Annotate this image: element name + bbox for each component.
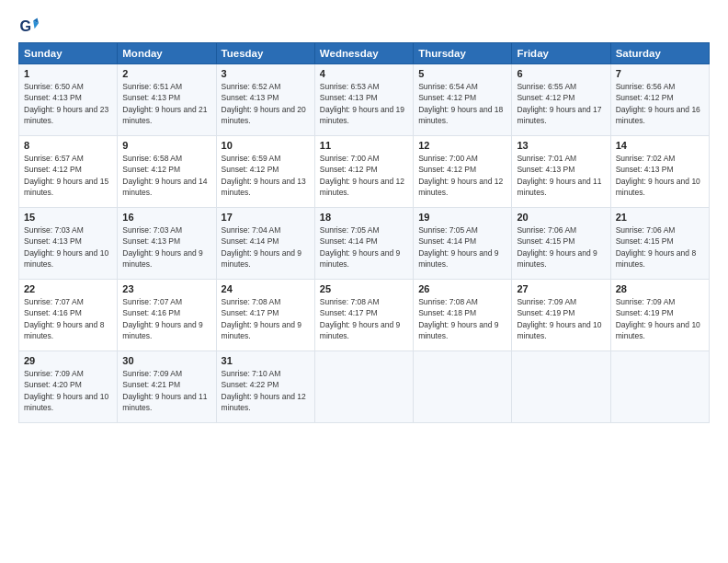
day-info: Sunrise: 7:08 AMSunset: 4:18 PMDaylight:… xyxy=(418,296,506,341)
calendar-cell xyxy=(610,351,709,423)
day-number: 20 xyxy=(517,212,605,223)
day-number: 31 xyxy=(222,355,310,366)
day-number: 18 xyxy=(320,212,408,223)
calendar-cell: 5Sunrise: 6:54 AMSunset: 4:12 PMDaylight… xyxy=(414,64,512,136)
calendar-cell: 28Sunrise: 7:09 AMSunset: 4:19 PMDayligh… xyxy=(610,280,709,351)
day-number: 24 xyxy=(222,283,310,294)
day-number: 4 xyxy=(320,68,408,79)
day-info: Sunrise: 7:09 AMSunset: 4:21 PMDaylight:… xyxy=(122,368,210,413)
calendar-cell: 7Sunrise: 6:56 AMSunset: 4:12 PMDaylight… xyxy=(610,64,709,136)
calendar-cell: 18Sunrise: 7:05 AMSunset: 4:14 PMDayligh… xyxy=(314,208,413,280)
calendar-cell: 31Sunrise: 7:10 AMSunset: 4:22 PMDayligh… xyxy=(216,351,314,423)
day-info: Sunrise: 6:59 AMSunset: 4:12 PMDaylight:… xyxy=(222,153,310,198)
day-info: Sunrise: 6:51 AMSunset: 4:13 PMDaylight:… xyxy=(122,81,210,126)
calendar-cell: 26Sunrise: 7:08 AMSunset: 4:18 PMDayligh… xyxy=(414,280,512,351)
calendar-cell: 19Sunrise: 7:05 AMSunset: 4:14 PMDayligh… xyxy=(414,208,512,280)
calendar-header-monday: Monday xyxy=(118,43,216,64)
calendar-cell: 10Sunrise: 6:59 AMSunset: 4:12 PMDayligh… xyxy=(216,136,314,208)
calendar-week-row: 8Sunrise: 6:57 AMSunset: 4:12 PMDaylight… xyxy=(19,136,710,208)
calendar-cell: 20Sunrise: 7:06 AMSunset: 4:15 PMDayligh… xyxy=(512,208,610,280)
day-info: Sunrise: 7:04 AMSunset: 4:14 PMDaylight:… xyxy=(222,224,310,270)
day-number: 19 xyxy=(418,212,506,223)
day-info: Sunrise: 6:58 AMSunset: 4:12 PMDaylight:… xyxy=(122,153,210,198)
day-number: 27 xyxy=(517,283,605,294)
day-info: Sunrise: 7:00 AMSunset: 4:12 PMDaylight:… xyxy=(320,153,408,198)
day-number: 12 xyxy=(418,140,506,151)
header: G xyxy=(18,17,710,37)
calendar-cell: 25Sunrise: 7:08 AMSunset: 4:17 PMDayligh… xyxy=(314,280,413,351)
page: G SundayMondayTuesdayWednesdayThursdayFr… xyxy=(0,0,728,563)
calendar-cell: 11Sunrise: 7:00 AMSunset: 4:12 PMDayligh… xyxy=(314,136,413,208)
calendar-header-row: SundayMondayTuesdayWednesdayThursdayFrid… xyxy=(19,43,710,64)
day-number: 21 xyxy=(616,212,704,223)
logo-icon: G xyxy=(18,17,39,37)
calendar-header-friday: Friday xyxy=(512,43,610,64)
logo: G xyxy=(18,17,42,37)
calendar-header-wednesday: Wednesday xyxy=(314,43,413,64)
day-number: 17 xyxy=(222,212,310,223)
day-info: Sunrise: 6:53 AMSunset: 4:13 PMDaylight:… xyxy=(320,81,408,126)
calendar-cell: 12Sunrise: 7:00 AMSunset: 4:12 PMDayligh… xyxy=(414,136,512,208)
calendar-cell: 22Sunrise: 7:07 AMSunset: 4:16 PMDayligh… xyxy=(19,280,118,351)
day-info: Sunrise: 7:07 AMSunset: 4:16 PMDaylight:… xyxy=(122,296,210,341)
day-number: 23 xyxy=(122,283,210,294)
day-number: 25 xyxy=(320,283,408,294)
day-number: 9 xyxy=(122,140,210,151)
calendar-header-thursday: Thursday xyxy=(414,43,512,64)
day-info: Sunrise: 6:57 AMSunset: 4:12 PMDaylight:… xyxy=(24,153,112,198)
day-info: Sunrise: 7:02 AMSunset: 4:13 PMDaylight:… xyxy=(616,153,704,198)
calendar-header-sunday: Sunday xyxy=(19,43,118,64)
day-number: 2 xyxy=(122,68,210,79)
day-number: 5 xyxy=(418,68,506,79)
calendar-week-row: 22Sunrise: 7:07 AMSunset: 4:16 PMDayligh… xyxy=(19,280,710,351)
day-number: 11 xyxy=(320,140,408,151)
day-info: Sunrise: 6:54 AMSunset: 4:12 PMDaylight:… xyxy=(418,81,506,126)
calendar-week-row: 15Sunrise: 7:03 AMSunset: 4:13 PMDayligh… xyxy=(19,208,710,280)
day-number: 16 xyxy=(122,212,210,223)
calendar-cell xyxy=(512,351,610,423)
day-info: Sunrise: 7:03 AMSunset: 4:13 PMDaylight:… xyxy=(122,224,210,270)
calendar-cell: 14Sunrise: 7:02 AMSunset: 4:13 PMDayligh… xyxy=(610,136,709,208)
calendar-cell: 27Sunrise: 7:09 AMSunset: 4:19 PMDayligh… xyxy=(512,280,610,351)
day-number: 26 xyxy=(418,283,506,294)
day-number: 1 xyxy=(24,68,112,79)
calendar-week-row: 1Sunrise: 6:50 AMSunset: 4:13 PMDaylight… xyxy=(19,64,710,136)
day-number: 6 xyxy=(517,68,605,79)
day-number: 22 xyxy=(24,283,112,294)
calendar-cell: 17Sunrise: 7:04 AMSunset: 4:14 PMDayligh… xyxy=(216,208,314,280)
calendar-header-tuesday: Tuesday xyxy=(216,43,314,64)
day-info: Sunrise: 7:09 AMSunset: 4:19 PMDaylight:… xyxy=(517,296,605,341)
calendar-cell: 15Sunrise: 7:03 AMSunset: 4:13 PMDayligh… xyxy=(19,208,118,280)
day-info: Sunrise: 7:06 AMSunset: 4:15 PMDaylight:… xyxy=(517,224,605,270)
calendar-cell: 8Sunrise: 6:57 AMSunset: 4:12 PMDaylight… xyxy=(19,136,118,208)
calendar-cell: 13Sunrise: 7:01 AMSunset: 4:13 PMDayligh… xyxy=(512,136,610,208)
calendar-cell: 23Sunrise: 7:07 AMSunset: 4:16 PMDayligh… xyxy=(118,280,216,351)
day-info: Sunrise: 7:09 AMSunset: 4:20 PMDaylight:… xyxy=(24,368,112,413)
day-info: Sunrise: 7:08 AMSunset: 4:17 PMDaylight:… xyxy=(320,296,408,341)
day-info: Sunrise: 6:55 AMSunset: 4:12 PMDaylight:… xyxy=(517,81,605,126)
day-info: Sunrise: 6:52 AMSunset: 4:13 PMDaylight:… xyxy=(222,81,310,126)
calendar-cell: 21Sunrise: 7:06 AMSunset: 4:15 PMDayligh… xyxy=(610,208,709,280)
calendar-cell: 29Sunrise: 7:09 AMSunset: 4:20 PMDayligh… xyxy=(19,351,118,423)
calendar-cell: 30Sunrise: 7:09 AMSunset: 4:21 PMDayligh… xyxy=(118,351,216,423)
day-info: Sunrise: 7:07 AMSunset: 4:16 PMDaylight:… xyxy=(24,296,112,341)
calendar-cell xyxy=(314,351,413,423)
day-number: 3 xyxy=(222,68,310,79)
day-number: 29 xyxy=(24,355,112,366)
day-info: Sunrise: 6:50 AMSunset: 4:13 PMDaylight:… xyxy=(24,81,112,126)
day-number: 13 xyxy=(517,140,605,151)
calendar-cell: 4Sunrise: 6:53 AMSunset: 4:13 PMDaylight… xyxy=(314,64,413,136)
day-number: 7 xyxy=(616,68,704,79)
day-info: Sunrise: 7:08 AMSunset: 4:17 PMDaylight:… xyxy=(222,296,310,341)
day-number: 30 xyxy=(122,355,210,366)
day-number: 8 xyxy=(24,140,112,151)
day-number: 15 xyxy=(24,212,112,223)
day-info: Sunrise: 7:05 AMSunset: 4:14 PMDaylight:… xyxy=(418,224,506,270)
svg-text:G: G xyxy=(19,17,31,34)
day-number: 14 xyxy=(616,140,704,151)
calendar-cell: 6Sunrise: 6:55 AMSunset: 4:12 PMDaylight… xyxy=(512,64,610,136)
calendar-cell: 1Sunrise: 6:50 AMSunset: 4:13 PMDaylight… xyxy=(19,64,118,136)
day-info: Sunrise: 6:56 AMSunset: 4:12 PMDaylight:… xyxy=(616,81,704,126)
day-info: Sunrise: 7:00 AMSunset: 4:12 PMDaylight:… xyxy=(418,153,506,198)
calendar-cell: 2Sunrise: 6:51 AMSunset: 4:13 PMDaylight… xyxy=(118,64,216,136)
